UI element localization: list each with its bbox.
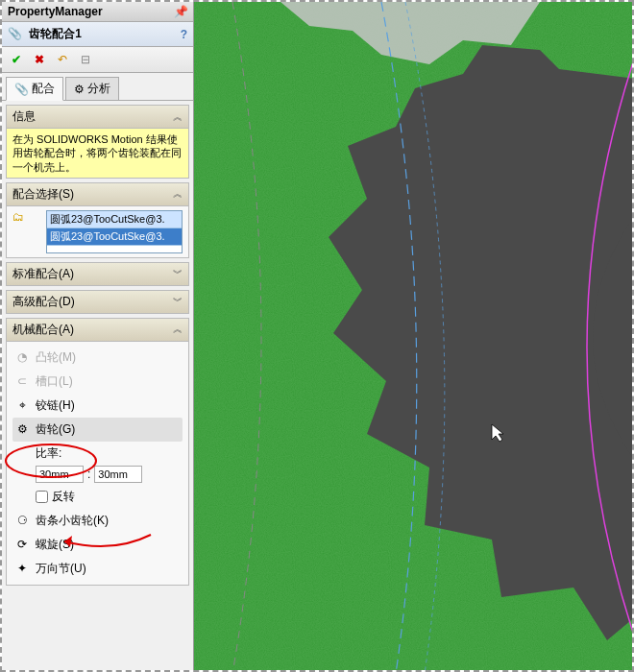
action-row: ✔ ✖ ↶ ⊟ [2, 47, 193, 73]
ratio-input-a[interactable] [36, 466, 84, 483]
feature-title-row: 📎 齿轮配合1 ? [2, 22, 193, 47]
universal-icon: ✦ [14, 561, 30, 576]
tab-analysis[interactable]: ⚙ 分析 [65, 77, 119, 100]
mech-universal[interactable]: ✦ 万向节(U) [12, 557, 183, 581]
selection-list[interactable]: 圆弧23@TooCutSke@3. 圆弧23@TooCutSke@3. [46, 210, 183, 253]
mech-slot: ⊂ 槽口(L) [12, 370, 183, 394]
chevron-down-icon: ︾ [173, 267, 183, 280]
ratio-label: 比率: [36, 445, 183, 462]
feature-title: 齿轮配合1 [29, 27, 82, 40]
hinge-icon: ⌖ [14, 397, 30, 413]
panel-title: PropertyManager [8, 5, 103, 18]
chevron-up-icon: ︽ [173, 187, 183, 201]
undo-button[interactable]: ↶ [54, 51, 71, 68]
cam-icon: ◔ [14, 349, 30, 365]
section-standard: 标准配合(A) ︾ [6, 262, 189, 286]
section-mechanical: 机械配合(A) ︽ ◔ 凸轮(M) ⊂ 槽口(L) ⌖ 铰链(H) [6, 318, 189, 586]
rack-icon: ⚆ [14, 513, 30, 528]
mech-rack[interactable]: ⚆ 齿条小齿轮(K) [12, 509, 183, 533]
section-standard-header[interactable]: 标准配合(A) ︾ [7, 263, 188, 285]
selection-icon: 🗂 [12, 210, 24, 224]
chevron-up-icon: ︽ [173, 110, 183, 124]
tabs: 📎 配合 ⚙ 分析 [2, 73, 193, 101]
chevron-up-icon: ︽ [173, 323, 183, 336]
panel-content: 信息 ︽ 在为 SOLIDWORKS Motion 结果使用齿轮配合时，将两个齿… [2, 101, 193, 670]
chevron-down-icon: ︾ [173, 295, 183, 308]
paperclip-icon: 📎 [8, 27, 22, 40]
reverse-checkbox[interactable] [36, 491, 48, 503]
3d-viewport[interactable] [194, 2, 632, 670]
gear-icon: ⚙ [14, 421, 30, 437]
section-info: 信息 ︽ 在为 SOLIDWORKS Motion 结果使用齿轮配合时，将两个齿… [6, 105, 189, 179]
info-body: 在为 SOLIDWORKS Motion 结果使用齿轮配合时，将两个齿轮装配在同… [7, 129, 188, 178]
section-info-header[interactable]: 信息 ︽ [7, 106, 188, 129]
screw-icon: ⟳ [14, 537, 30, 552]
mech-cam: ◔ 凸轮(M) [12, 346, 183, 370]
pin-icon[interactable]: 📌 [174, 5, 187, 18]
slot-icon: ⊂ [14, 373, 30, 389]
cancel-button[interactable]: ✖ [31, 51, 48, 68]
tab-mate[interactable]: 📎 配合 [6, 77, 63, 101]
selection-item[interactable]: 圆弧23@TooCutSke@3. [47, 211, 182, 228]
ok-button[interactable]: ✔ [8, 51, 25, 68]
panel-header: PropertyManager 📌 [2, 2, 193, 22]
section-advanced: 高级配合(D) ︾ [6, 290, 189, 314]
mech-screw[interactable]: ⟳ 螺旋(S) [12, 533, 183, 557]
section-advanced-header[interactable]: 高级配合(D) ︾ [7, 291, 188, 313]
mech-hinge[interactable]: ⌖ 铰链(H) [12, 394, 183, 418]
pushpin-button[interactable]: ⊟ [77, 51, 94, 68]
section-mate-selections: 配合选择(S) ︽ 🗂 圆弧23@TooCutSke@3. 圆弧23@TooCu… [6, 182, 189, 258]
reverse-label: 反转 [52, 489, 75, 505]
section-mechanical-header[interactable]: 机械配合(A) ︽ [7, 319, 188, 342]
ratio-input-b[interactable] [94, 466, 142, 483]
gear-icon: ⚙ [74, 83, 85, 96]
help-icon[interactable]: ? [181, 28, 187, 41]
selection-item[interactable]: 圆弧23@TooCutSke@3. [47, 228, 182, 246]
property-manager-panel: PropertyManager 📌 📎 齿轮配合1 ? ✔ ✖ ↶ ⊟ 📎 配合 [2, 2, 194, 670]
mech-gear[interactable]: ⚙ 齿轮(G) [12, 418, 183, 442]
section-mate-selections-header[interactable]: 配合选择(S) ︽ [7, 183, 188, 206]
paperclip-icon: 📎 [14, 83, 29, 96]
